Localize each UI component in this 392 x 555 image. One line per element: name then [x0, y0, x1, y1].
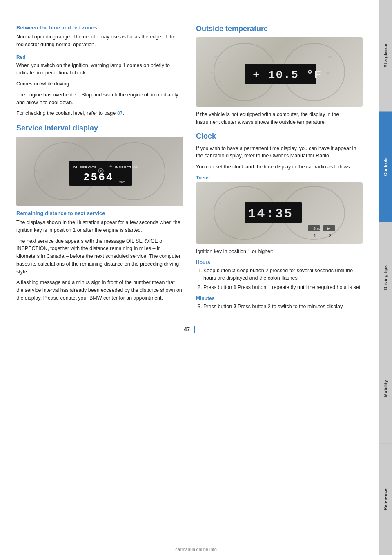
watermark: carmanualonline.info	[175, 547, 217, 552]
service-interval-image: 20 -20 OILSERVICE INSPECTION miles 2564	[16, 137, 183, 206]
minutes-list: Press button 2 Press button 2 to switch …	[196, 303, 363, 311]
svg-text:2: 2	[329, 233, 331, 238]
red-heading: Red	[16, 54, 183, 60]
outside-temp-heading: Outside temperature	[196, 25, 363, 33]
tab-at-a-glance[interactable]: At a glance	[379, 0, 392, 111]
between-zones-text: Normal operating range. The needle may r…	[16, 33, 183, 49]
svg-text:20: 20	[37, 155, 41, 159]
svg-text:▶: ▶	[327, 226, 330, 231]
hours-step-2: Press button 1 Press button 1 repeatedly…	[203, 284, 363, 291]
outside-temp-image: 20 -20 140 60 + 10.5 °F	[196, 37, 363, 107]
page-link-87[interactable]: 87	[117, 110, 123, 116]
hours-heading: Hours	[196, 260, 363, 265]
svg-line-5	[47, 187, 48, 190]
page-number: 47	[184, 326, 189, 332]
svg-text:miles: miles	[119, 181, 126, 184]
svg-line-30	[218, 203, 221, 204]
minutes-heading: Minutes	[196, 295, 363, 301]
tab-at-a-glance-label: At a glance	[383, 44, 388, 68]
svg-line-4	[38, 180, 41, 181]
svg-text:-20: -20	[33, 170, 38, 173]
service-text-1: The displays shown in the illustration a…	[16, 219, 183, 234]
svg-text:1: 1	[314, 233, 316, 238]
clock-text-2: You can set the clock and the time displ…	[196, 163, 363, 171]
svg-text:2564: 2564	[83, 171, 114, 184]
left-column: Between the blue and red zones Normal op…	[16, 25, 183, 316]
tab-reference-label: Reference	[383, 489, 388, 510]
service-interval-heading: Service interval display	[16, 124, 183, 132]
page-number-container: 47	[16, 326, 363, 337]
between-zones-heading: Between the blue and red zones	[16, 25, 183, 31]
svg-line-19	[218, 62, 221, 63]
red-text-1: When you switch on the ignition, warning…	[16, 62, 183, 77]
minutes-step-3: Press button 2 Press button 2 to switch …	[203, 303, 363, 311]
svg-text:20: 20	[214, 56, 218, 59]
tab-mobility[interactable]: Mobility	[379, 333, 392, 444]
svg-text:14:35: 14:35	[248, 206, 293, 222]
outside-temp-text: If the vehicle is not equipped with a co…	[196, 111, 363, 126]
service-text-3: A flashing message and a minus sign in f…	[16, 279, 183, 302]
svg-text:-20: -20	[210, 71, 215, 75]
svg-text:OILSERVICE: OILSERVICE	[73, 166, 97, 169]
tab-reference[interactable]: Reference	[379, 444, 392, 555]
svg-text:140: 140	[326, 56, 332, 59]
tab-driving-tips[interactable]: Driving tips	[379, 222, 392, 333]
hours-list: Keep button 2 Keep button 2 pressed for …	[196, 267, 363, 291]
svg-text:INSPECTION: INSPECTION	[115, 166, 139, 169]
clock-heading: Clock	[196, 132, 363, 141]
svg-line-21	[218, 81, 221, 82]
hours-step-1: Keep button 2 Keep button 2 pressed for …	[203, 267, 363, 282]
svg-line-6	[49, 153, 51, 156]
svg-line-2	[38, 161, 41, 162]
side-tabs-container: At a glance Controls Driving tips Mobili…	[379, 0, 392, 555]
to-set-heading: To set	[196, 175, 363, 181]
clock-display-image: 14:35 Sm. ▶ 1 2	[196, 182, 363, 244]
tab-controls[interactable]: Controls	[379, 111, 392, 222]
svg-text:+ 10.5 °F: + 10.5 °F	[253, 69, 322, 81]
tab-driving-tips-label: Driving tips	[383, 265, 388, 290]
red-text-3: The engine has overheated. Stop and swit…	[16, 91, 183, 107]
red-text-4: For checking the coolant level, refer to…	[16, 110, 183, 117]
page-bar-decoration	[194, 326, 195, 333]
svg-text:Sm.: Sm.	[313, 226, 320, 231]
svg-point-16	[100, 170, 102, 172]
svg-text:miles: miles	[108, 165, 115, 168]
red-text-2: Comes on while driving:	[16, 80, 183, 88]
clock-text-1: If you wish to have a permanent time dis…	[196, 145, 363, 160]
ignition-text: Ignition key in position 1 or higher:	[196, 248, 363, 255]
tab-controls-label: Controls	[383, 157, 388, 176]
svg-text:60: 60	[326, 71, 330, 75]
service-text-2: The next service due appears with the me…	[16, 237, 183, 276]
right-column: Outside temperature 20 -20	[196, 25, 363, 316]
remaining-distance-heading: Remaining distance to next service	[16, 210, 183, 216]
tab-mobility-label: Mobility	[383, 380, 388, 397]
